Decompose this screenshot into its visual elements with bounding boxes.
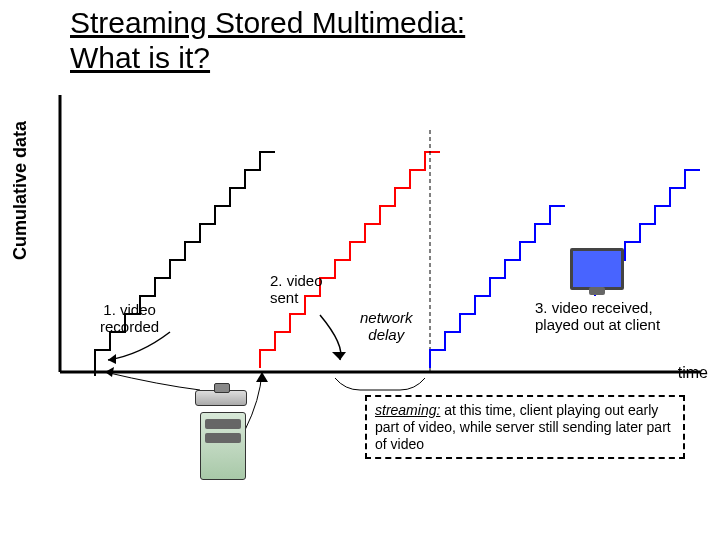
label-video-sent-l1: 2. video xyxy=(270,272,323,289)
streaming-note: streaming: at this time, client playing … xyxy=(365,395,685,459)
label-video-recorded: 1. video recorded xyxy=(100,302,159,335)
label-video-sent: 2. video sent xyxy=(270,273,323,306)
label-network-delay-l2: delay xyxy=(368,326,404,343)
label-network-delay-l1: network xyxy=(360,309,413,326)
label-video-recorded-l2: recorded xyxy=(100,318,159,335)
label-video-received-l2: played out at client xyxy=(535,316,660,333)
svg-marker-6 xyxy=(105,367,114,377)
monitor-icon xyxy=(570,248,624,290)
label-video-recorded-l1: 1. video xyxy=(103,301,156,318)
camera-icon xyxy=(195,390,247,406)
note-lead: streaming: xyxy=(375,402,440,418)
label-video-received-l1: 3. video received, xyxy=(535,299,653,316)
label-video-received: 3. video received, played out at client xyxy=(535,300,660,333)
label-video-sent-l2: sent xyxy=(270,289,298,306)
svg-marker-3 xyxy=(108,354,116,364)
svg-marker-4 xyxy=(332,352,346,360)
server-icon xyxy=(200,412,246,480)
label-network-delay: network delay xyxy=(360,310,413,343)
